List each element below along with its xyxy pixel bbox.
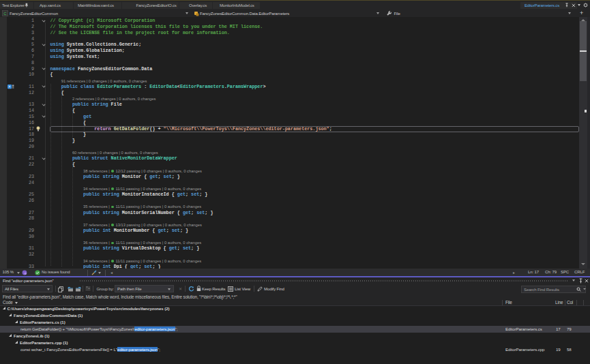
- svg-text:C: C: [3, 12, 7, 16]
